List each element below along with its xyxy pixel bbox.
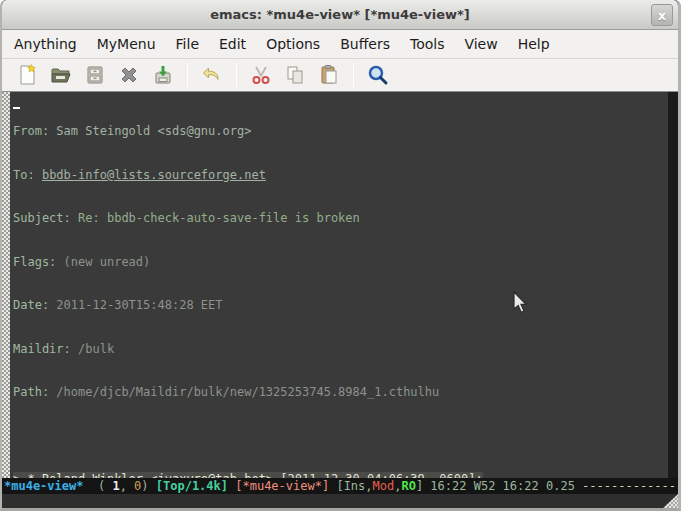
open-file-button[interactable] xyxy=(46,61,76,89)
header-maildir: Maildir: /bulk xyxy=(13,342,668,357)
modeline-filler: -------------------- xyxy=(582,479,678,493)
menu-item-view[interactable]: View xyxy=(454,32,507,56)
from-contact[interactable]: Sam Steingold <sds@gnu.org> xyxy=(56,124,251,138)
maildir-value: /bulk xyxy=(78,342,114,356)
date-value: 2011-12-30T15:48:28 EET xyxy=(56,298,222,312)
dired-button[interactable] xyxy=(80,61,110,89)
header-path: Path: /home/djcb/Maildir/bulk/new/132525… xyxy=(13,385,668,400)
menu-item-options[interactable]: Options xyxy=(256,32,330,56)
close-buffer-button[interactable] xyxy=(114,61,144,89)
emacs-window: emacs: *mu4e-view* [*mu4e-view*] x Anyth… xyxy=(0,0,681,511)
to-contact-link[interactable]: bbdb-info@lists.sourceforge.net xyxy=(42,168,266,182)
menu-item-help[interactable]: Help xyxy=(508,32,560,56)
menu-item-file[interactable]: File xyxy=(166,32,209,56)
undo-button[interactable] xyxy=(197,61,227,89)
menu-item-buffers[interactable]: Buffers xyxy=(330,32,400,56)
new-file-button[interactable] xyxy=(12,61,42,89)
close-button[interactable]: x xyxy=(651,4,673,26)
modeline-buffer-tag: [*mu4e-view*] xyxy=(235,479,329,493)
text-cursor xyxy=(13,107,20,109)
toolbar-separator xyxy=(353,63,354,87)
toolbar-separator xyxy=(187,63,188,87)
copy-icon xyxy=(283,63,307,87)
header-to: To: bbdb-info@lists.sourceforge.net xyxy=(13,168,668,183)
menu-item-edit[interactable]: Edit xyxy=(209,32,256,56)
header-label: Path: xyxy=(13,385,49,399)
modeline-position: [Top/1.4k] xyxy=(156,479,228,493)
menubar: Anything MyMenu File Edit Options Buffer… xyxy=(2,30,678,59)
modeline-line-number: 1 xyxy=(112,479,119,493)
paste-button[interactable] xyxy=(314,61,344,89)
menu-item-anything[interactable]: Anything xyxy=(4,32,87,56)
copy-button[interactable] xyxy=(280,61,310,89)
cut-button[interactable] xyxy=(246,61,276,89)
menu-item-mymenu[interactable]: MyMenu xyxy=(87,32,166,56)
header-label: Flags: xyxy=(13,255,56,269)
subject-value: Re: bbdb-check-auto-save-file is broken xyxy=(78,211,360,225)
new-file-icon xyxy=(15,63,39,87)
modeline-buffer-name: *mu4e-view* xyxy=(4,479,83,493)
header-label: To: xyxy=(13,168,35,182)
cut-scissors-icon xyxy=(249,63,273,87)
text-area: From: Sam Steingold <sds@gnu.org> To: bb… xyxy=(2,92,678,478)
modeline[interactable]: *mu4e-view* ( 1, 0) [Top/1.4k] [*mu4e-vi… xyxy=(2,478,678,494)
flags-value: (new unread) xyxy=(64,255,151,269)
header-flags: Flags: (new unread) xyxy=(13,255,668,270)
header-label: Date: xyxy=(13,298,49,312)
modeline-readonly-flag: RO xyxy=(401,479,415,493)
search-icon xyxy=(366,63,390,87)
header-label: From: xyxy=(13,124,49,138)
open-folder-icon xyxy=(49,63,73,87)
save-buffer-button[interactable] xyxy=(148,61,178,89)
delete-x-icon xyxy=(117,63,141,87)
save-icon xyxy=(151,63,175,87)
window-title: emacs: *mu4e-view* [*mu4e-view*] xyxy=(210,7,470,22)
resize-grip[interactable] xyxy=(663,494,678,508)
header-subject: Subject: Re: bbdb-check-auto-save-file i… xyxy=(13,211,668,226)
header-from: From: Sam Steingold <sds@gnu.org> xyxy=(13,124,668,139)
paste-clipboard-icon xyxy=(317,63,341,87)
toolbar xyxy=(2,59,678,92)
close-icon: x xyxy=(658,8,666,23)
header-date: Date: 2011-12-30T15:48:28 EET xyxy=(13,298,668,313)
menu-item-tools[interactable]: Tools xyxy=(400,32,455,56)
quoted-line: > * Roland Winkler <jvaxyre@tah.bet> [20… xyxy=(13,472,668,478)
mouse-pointer-icon xyxy=(512,291,530,315)
right-fringe xyxy=(668,92,678,478)
modeline-time-info: 16:22 W52 16:22 0.25 xyxy=(423,479,582,493)
echo-area[interactable] xyxy=(2,494,678,508)
scrollbar[interactable] xyxy=(2,92,10,478)
header-label: Subject: xyxy=(13,211,71,225)
modeline-modified-flag: Mod xyxy=(373,479,395,493)
blank-line xyxy=(13,429,668,444)
path-value: /home/djcb/Maildir/bulk/new/1325253745.8… xyxy=(56,385,439,399)
search-button[interactable] xyxy=(363,61,393,89)
undo-icon xyxy=(200,63,224,87)
mail-view-buffer[interactable]: From: Sam Steingold <sds@gnu.org> To: bb… xyxy=(10,92,668,478)
toolbar-separator xyxy=(236,63,237,87)
titlebar[interactable]: emacs: *mu4e-view* [*mu4e-view*] x xyxy=(2,0,678,30)
file-cabinet-icon xyxy=(83,63,107,87)
header-label: Maildir: xyxy=(13,342,71,356)
